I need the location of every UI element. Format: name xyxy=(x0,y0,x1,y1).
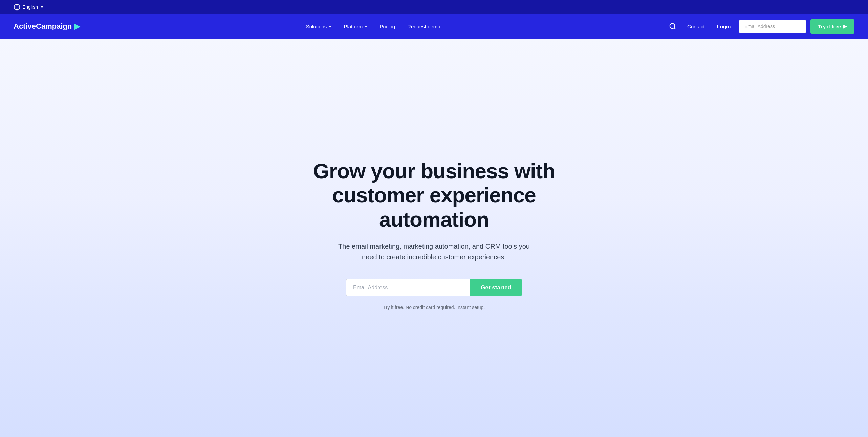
logo-arrow-icon: ▶ xyxy=(74,22,80,31)
language-label: English xyxy=(22,4,38,10)
nav-item-platform[interactable]: Platform xyxy=(339,21,372,32)
logo[interactable]: ActiveCampaign ▶ xyxy=(14,22,80,31)
hero-disclaimer: Try it free. No credit card required. In… xyxy=(383,305,485,310)
get-started-button[interactable]: Get started xyxy=(470,279,522,296)
hero-form: Get started xyxy=(346,279,522,296)
nav-right: Contact Login Try it free ▶ xyxy=(666,19,854,34)
try-free-button[interactable]: Try it free ▶ xyxy=(810,19,854,34)
main-nav: ActiveCampaign ▶ Solutions Platform Pric… xyxy=(0,14,868,39)
nav-solutions-label: Solutions xyxy=(306,24,327,29)
contact-link[interactable]: Contact xyxy=(683,21,709,32)
search-button[interactable] xyxy=(666,20,679,33)
get-started-label: Get started xyxy=(481,284,511,291)
language-chevron-icon xyxy=(41,6,43,8)
nav-item-request-demo[interactable]: Request demo xyxy=(403,21,445,32)
solutions-chevron-icon xyxy=(329,26,331,27)
nav-request-demo-label: Request demo xyxy=(407,24,440,29)
hero-subtitle: The email marketing, marketing automatio… xyxy=(332,241,536,263)
language-selector[interactable]: English xyxy=(14,4,43,11)
try-free-arrow-icon: ▶ xyxy=(843,23,847,29)
logo-text: ActiveCampaign xyxy=(14,22,72,31)
top-bar: English xyxy=(0,0,868,14)
globe-icon xyxy=(14,4,20,11)
hero-title: Grow your business with customer experie… xyxy=(295,159,573,231)
nav-item-pricing[interactable]: Pricing xyxy=(375,21,400,32)
nav-links: Solutions Platform Pricing Request demo xyxy=(301,21,445,32)
search-icon xyxy=(669,23,676,30)
svg-line-4 xyxy=(674,28,675,29)
nav-pricing-label: Pricing xyxy=(379,24,395,29)
try-free-label: Try it free xyxy=(818,24,841,29)
platform-chevron-icon xyxy=(365,26,367,27)
nav-email-input[interactable] xyxy=(739,20,806,33)
nav-item-solutions[interactable]: Solutions xyxy=(301,21,337,32)
hero-email-input[interactable] xyxy=(346,279,470,296)
svg-point-3 xyxy=(670,24,675,29)
nav-platform-label: Platform xyxy=(344,24,363,29)
hero-section: Grow your business with customer experie… xyxy=(0,39,868,437)
login-link[interactable]: Login xyxy=(713,21,735,32)
